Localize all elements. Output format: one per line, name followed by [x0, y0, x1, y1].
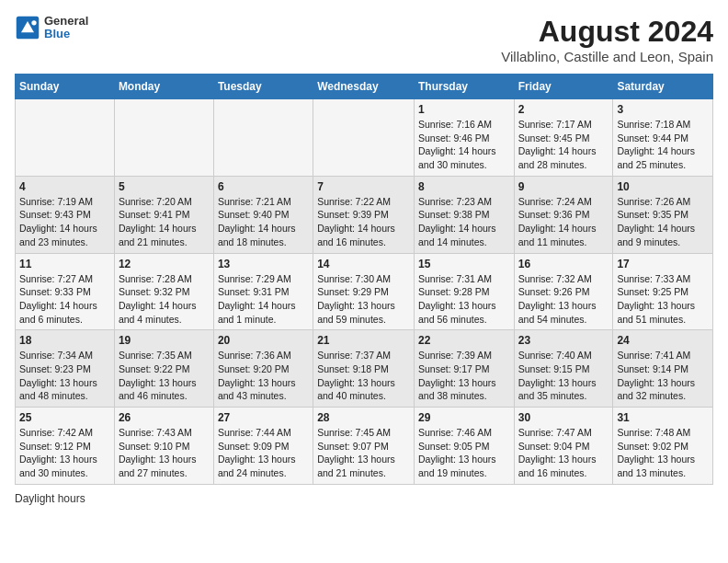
- day-number: 31: [617, 411, 709, 424]
- day-number: 5: [119, 180, 210, 193]
- table-row: 27Sunrise: 7:44 AM Sunset: 9:09 PM Dayli…: [213, 408, 313, 485]
- cell-content: Sunrise: 7:22 AM Sunset: 9:39 PM Dayligh…: [317, 195, 410, 249]
- table-row: 22Sunrise: 7:39 AM Sunset: 9:17 PM Dayli…: [414, 330, 514, 408]
- cell-content: Sunrise: 7:36 AM Sunset: 9:20 PM Dayligh…: [218, 349, 309, 403]
- table-row: 2Sunrise: 7:17 AM Sunset: 9:45 PM Daylig…: [514, 99, 613, 177]
- calendar-header: SundayMondayTuesdayWednesdayThursdayFrid…: [16, 75, 713, 99]
- cell-content: Sunrise: 7:48 AM Sunset: 9:02 PM Dayligh…: [617, 426, 709, 480]
- table-row: 28Sunrise: 7:45 AM Sunset: 9:07 PM Dayli…: [313, 408, 415, 485]
- cell-content: Sunrise: 7:43 AM Sunset: 9:10 PM Dayligh…: [119, 426, 210, 480]
- col-header-sunday: Sunday: [16, 75, 115, 99]
- day-number: 14: [317, 258, 410, 270]
- table-row: 8Sunrise: 7:23 AM Sunset: 9:38 PM Daylig…: [414, 176, 514, 253]
- cell-content: Sunrise: 7:32 AM Sunset: 9:26 PM Dayligh…: [518, 272, 609, 327]
- table-row: 7Sunrise: 7:22 AM Sunset: 9:39 PM Daylig…: [313, 176, 415, 253]
- table-row: 31Sunrise: 7:48 AM Sunset: 9:02 PM Dayli…: [613, 408, 713, 485]
- cell-content: Sunrise: 7:45 AM Sunset: 9:07 PM Dayligh…: [317, 426, 410, 480]
- day-number: 8: [418, 180, 510, 193]
- cell-content: Sunrise: 7:34 AM Sunset: 9:23 PM Dayligh…: [19, 349, 110, 403]
- col-header-saturday: Saturday: [613, 75, 713, 99]
- logo-text: General Blue: [44, 15, 88, 41]
- daylight-label: Daylight hours: [15, 492, 85, 505]
- cell-content: Sunrise: 7:20 AM Sunset: 9:41 PM Dayligh…: [119, 195, 210, 249]
- footer: Daylight hours: [15, 492, 713, 505]
- table-row: 19Sunrise: 7:35 AM Sunset: 9:22 PM Dayli…: [114, 330, 213, 408]
- page-title: August 2024: [501, 15, 713, 49]
- table-row: 29Sunrise: 7:46 AM Sunset: 9:05 PM Dayli…: [414, 408, 514, 485]
- table-row: [16, 99, 115, 177]
- table-row: 23Sunrise: 7:40 AM Sunset: 9:15 PM Dayli…: [514, 330, 613, 408]
- cell-content: Sunrise: 7:42 AM Sunset: 9:12 PM Dayligh…: [19, 426, 110, 480]
- cell-content: Sunrise: 7:21 AM Sunset: 9:40 PM Dayligh…: [218, 195, 309, 249]
- calendar-table: SundayMondayTuesdayWednesdayThursdayFrid…: [15, 74, 713, 485]
- table-row: 5Sunrise: 7:20 AM Sunset: 9:41 PM Daylig…: [114, 176, 213, 253]
- table-row: 3Sunrise: 7:18 AM Sunset: 9:44 PM Daylig…: [613, 99, 713, 177]
- cell-content: Sunrise: 7:40 AM Sunset: 9:15 PM Dayligh…: [518, 349, 609, 403]
- cell-content: Sunrise: 7:47 AM Sunset: 9:04 PM Dayligh…: [518, 426, 609, 480]
- day-number: 15: [418, 258, 510, 270]
- day-number: 16: [518, 258, 609, 270]
- day-number: 28: [317, 411, 410, 424]
- table-row: 21Sunrise: 7:37 AM Sunset: 9:18 PM Dayli…: [313, 330, 415, 408]
- cell-content: Sunrise: 7:46 AM Sunset: 9:05 PM Dayligh…: [418, 426, 510, 480]
- cell-content: Sunrise: 7:18 AM Sunset: 9:44 PM Dayligh…: [617, 118, 709, 172]
- page-header: General Blue August 2024 Villablino, Cas…: [15, 15, 713, 64]
- col-header-wednesday: Wednesday: [313, 75, 415, 99]
- cell-content: Sunrise: 7:16 AM Sunset: 9:46 PM Dayligh…: [418, 118, 510, 172]
- cell-content: Sunrise: 7:33 AM Sunset: 9:25 PM Dayligh…: [617, 272, 709, 327]
- day-number: 30: [518, 411, 609, 424]
- day-number: 26: [119, 411, 210, 424]
- table-row: [313, 99, 415, 177]
- table-row: 12Sunrise: 7:28 AM Sunset: 9:32 PM Dayli…: [114, 253, 213, 330]
- day-number: 17: [617, 258, 709, 270]
- logo-blue: Blue: [44, 28, 88, 40]
- table-row: 4Sunrise: 7:19 AM Sunset: 9:43 PM Daylig…: [16, 176, 115, 253]
- day-number: 27: [218, 411, 309, 424]
- table-row: 26Sunrise: 7:43 AM Sunset: 9:10 PM Dayli…: [114, 408, 213, 485]
- cell-content: Sunrise: 7:27 AM Sunset: 9:33 PM Dayligh…: [19, 272, 110, 327]
- day-number: 11: [19, 258, 110, 270]
- day-number: 2: [518, 103, 609, 116]
- calendar-row-2: 11Sunrise: 7:27 AM Sunset: 9:33 PM Dayli…: [16, 253, 713, 330]
- cell-content: Sunrise: 7:17 AM Sunset: 9:45 PM Dayligh…: [518, 118, 609, 172]
- cell-content: Sunrise: 7:41 AM Sunset: 9:14 PM Dayligh…: [617, 349, 709, 403]
- col-header-thursday: Thursday: [414, 75, 514, 99]
- logo-icon: [15, 15, 40, 40]
- day-number: 6: [218, 180, 309, 193]
- table-row: 15Sunrise: 7:31 AM Sunset: 9:28 PM Dayli…: [414, 253, 514, 330]
- table-row: 17Sunrise: 7:33 AM Sunset: 9:25 PM Dayli…: [613, 253, 713, 330]
- day-number: 20: [218, 334, 309, 347]
- day-number: 3: [617, 103, 709, 116]
- calendar-row-0: 1Sunrise: 7:16 AM Sunset: 9:46 PM Daylig…: [16, 99, 713, 177]
- table-row: 24Sunrise: 7:41 AM Sunset: 9:14 PM Dayli…: [613, 330, 713, 408]
- table-row: 9Sunrise: 7:24 AM Sunset: 9:36 PM Daylig…: [514, 176, 613, 253]
- day-number: 13: [218, 258, 309, 270]
- day-number: 23: [518, 334, 609, 347]
- cell-content: Sunrise: 7:31 AM Sunset: 9:28 PM Dayligh…: [418, 272, 510, 327]
- page-subtitle: Villablino, Castille and Leon, Spain: [501, 49, 713, 64]
- day-number: 21: [317, 334, 410, 347]
- day-number: 12: [119, 258, 210, 270]
- col-header-monday: Monday: [114, 75, 213, 99]
- table-row: 1Sunrise: 7:16 AM Sunset: 9:46 PM Daylig…: [414, 99, 514, 177]
- day-number: 7: [317, 180, 410, 193]
- day-number: 25: [19, 411, 110, 424]
- day-number: 24: [617, 334, 709, 347]
- cell-content: Sunrise: 7:29 AM Sunset: 9:31 PM Dayligh…: [218, 272, 309, 327]
- cell-content: Sunrise: 7:30 AM Sunset: 9:29 PM Dayligh…: [317, 272, 410, 327]
- calendar-row-1: 4Sunrise: 7:19 AM Sunset: 9:43 PM Daylig…: [16, 176, 713, 253]
- table-row: 25Sunrise: 7:42 AM Sunset: 9:12 PM Dayli…: [16, 408, 115, 485]
- table-row: 13Sunrise: 7:29 AM Sunset: 9:31 PM Dayli…: [213, 253, 313, 330]
- cell-content: Sunrise: 7:19 AM Sunset: 9:43 PM Dayligh…: [19, 195, 110, 249]
- cell-content: Sunrise: 7:39 AM Sunset: 9:17 PM Dayligh…: [418, 349, 510, 403]
- cell-content: Sunrise: 7:28 AM Sunset: 9:32 PM Dayligh…: [119, 272, 210, 327]
- day-number: 10: [617, 180, 709, 193]
- table-row: [213, 99, 313, 177]
- calendar-body: 1Sunrise: 7:16 AM Sunset: 9:46 PM Daylig…: [16, 99, 713, 485]
- cell-content: Sunrise: 7:26 AM Sunset: 9:35 PM Dayligh…: [617, 195, 709, 249]
- svg-point-3: [31, 20, 36, 25]
- day-number: 18: [19, 334, 110, 347]
- day-number: 9: [518, 180, 609, 193]
- calendar-row-4: 25Sunrise: 7:42 AM Sunset: 9:12 PM Dayli…: [16, 408, 713, 485]
- table-row: 6Sunrise: 7:21 AM Sunset: 9:40 PM Daylig…: [213, 176, 313, 253]
